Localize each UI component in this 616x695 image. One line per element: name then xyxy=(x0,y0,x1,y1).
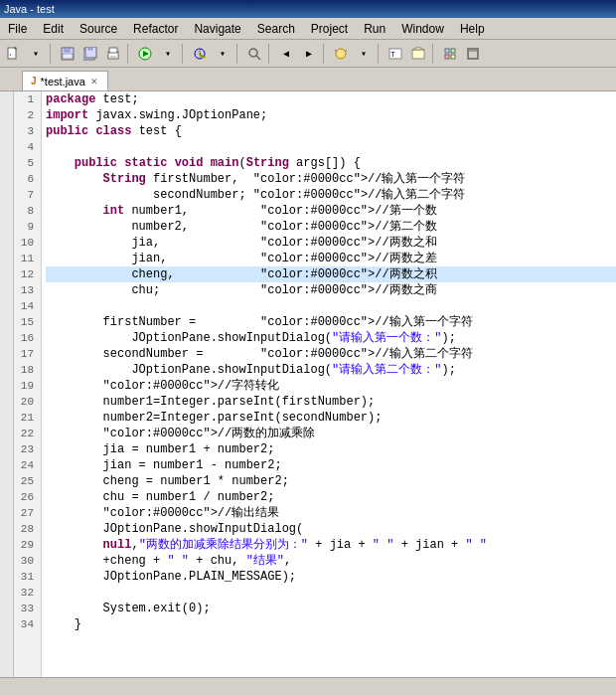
code-line[interactable]: +cheng + " " + chu, "结果", xyxy=(46,553,616,569)
menu-edit[interactable]: Edit xyxy=(35,18,72,39)
code-area[interactable]: package test;import javax.swing.JOptionP… xyxy=(42,91,616,677)
status-bar xyxy=(0,677,616,695)
line-number: 10 xyxy=(14,235,37,251)
toolbar-maximize[interactable] xyxy=(462,43,484,65)
menu-source[interactable]: Source xyxy=(72,18,125,39)
code-line[interactable]: number2=Integer.parseInt(secondNumber); xyxy=(46,410,616,426)
gutter-row xyxy=(0,362,13,378)
gutter-row xyxy=(0,123,13,139)
line-number: 5 xyxy=(14,155,37,171)
gutter-row xyxy=(0,298,13,314)
line-number: 33 xyxy=(14,601,37,616)
code-line[interactable]: JOptionPane.showInputDialog("请输入第一个数："); xyxy=(46,330,616,346)
svg-point-19 xyxy=(336,49,346,59)
toolbar-ant[interactable] xyxy=(330,43,352,65)
code-line[interactable]: jia, "color:#0000cc">//两数之和 xyxy=(46,235,616,251)
svg-rect-11 xyxy=(109,48,117,53)
code-line[interactable]: String firstNumber, "color:#0000cc">//输入… xyxy=(46,171,616,187)
line-number: 18 xyxy=(14,362,37,378)
code-line[interactable]: null,"两数的加减乘除结果分别为：" + jia + " " + jian … xyxy=(46,537,616,553)
svg-rect-26 xyxy=(445,49,449,53)
toolbar-debug-dropdown[interactable]: ▾ xyxy=(212,43,233,65)
tab-bar: J *test.java ✕ xyxy=(0,68,616,91)
code-line[interactable]: jian, "color:#0000cc">//两数之差 xyxy=(46,251,616,266)
svg-rect-28 xyxy=(445,55,449,59)
menu-search[interactable]: Search xyxy=(249,18,303,39)
toolbar-ant-dropdown[interactable]: ▾ xyxy=(353,43,375,65)
svg-rect-29 xyxy=(451,55,455,59)
code-line[interactable]: int number1, "color:#0000cc">//第一个数 xyxy=(46,203,616,219)
toolbar-external-tools[interactable] xyxy=(439,43,461,65)
code-line[interactable]: firstNumber = "color:#0000cc">//输入第一个字符 xyxy=(46,314,616,330)
code-line[interactable]: secondNumber = "color:#0000cc">//输入第二个字符 xyxy=(46,346,616,362)
gutter-row xyxy=(0,426,13,441)
code-line[interactable]: public class test { xyxy=(46,123,616,139)
toolbar-run[interactable] xyxy=(134,43,156,65)
svg-rect-27 xyxy=(451,49,455,53)
gutter-row xyxy=(0,251,13,266)
menu-window[interactable]: Window xyxy=(393,18,452,39)
toolbar-search[interactable] xyxy=(243,43,265,65)
menu-refactor[interactable]: Refactor xyxy=(125,18,186,39)
code-line[interactable]: "color:#0000cc">//两数的加减乘除 xyxy=(46,426,616,441)
code-line[interactable]: number1=Integer.parseInt(firstNumber); xyxy=(46,394,616,410)
gutter-row xyxy=(0,441,13,457)
code-line[interactable]: cheng = number1 * number2; xyxy=(46,473,616,489)
toolbar-save[interactable] xyxy=(57,43,78,65)
code-line[interactable]: chu; "color:#0000cc">//两数之商 xyxy=(46,282,616,298)
code-line[interactable]: number2, "color:#0000cc">//第二个数 xyxy=(46,219,616,235)
toolbar-debug[interactable]: 🐛 xyxy=(189,43,211,65)
code-line[interactable]: secondNumber; "color:#0000cc">//输入第二个字符 xyxy=(46,187,616,203)
code-line[interactable]: "color:#0000cc">//输出结果 xyxy=(46,505,616,521)
gutter-row xyxy=(0,616,13,632)
svg-rect-4 xyxy=(65,48,70,52)
code-line[interactable]: JOptionPane.showInputDialog("请输入第二个数："); xyxy=(46,362,616,378)
code-line[interactable]: cheng, "color:#0000cc">//两数之积 xyxy=(46,266,616,282)
code-line[interactable]: chu = number1 / number2; xyxy=(46,489,616,505)
svg-rect-12 xyxy=(110,56,116,58)
code-line[interactable]: import javax.swing.JOptionPane; xyxy=(46,107,616,123)
gutter-row xyxy=(0,282,13,298)
toolbar-next[interactable]: ▶ xyxy=(298,43,320,65)
tab-close-btn[interactable]: ✕ xyxy=(89,77,99,87)
menu-run[interactable]: Run xyxy=(356,18,393,39)
toolbar-new[interactable]: J xyxy=(2,43,24,65)
code-line[interactable]: jia = number1 + number2; xyxy=(46,441,616,457)
code-line[interactable]: } xyxy=(46,616,616,632)
menu-project[interactable]: Project xyxy=(303,18,356,39)
gutter-row xyxy=(0,187,13,203)
toolbar-dropdown[interactable]: ▾ xyxy=(25,43,47,65)
code-line[interactable]: jian = number1 - number2; xyxy=(46,457,616,473)
code-line[interactable]: JOptionPane.showInputDialog( xyxy=(46,521,616,537)
gutter-row xyxy=(0,219,13,235)
code-line[interactable] xyxy=(46,139,616,155)
menu-file[interactable]: File xyxy=(0,18,35,39)
line-number: 3 xyxy=(14,123,37,139)
line-number: 30 xyxy=(14,553,37,569)
toolbar-save-all[interactable] xyxy=(79,43,101,65)
line-number: 7 xyxy=(14,187,37,203)
code-line[interactable]: package test; xyxy=(46,91,616,107)
tab-java-icon: J xyxy=(31,76,37,87)
code-line[interactable]: JOptionPane.PLAIN_MESSAGE); xyxy=(46,569,616,585)
svg-marker-25 xyxy=(412,47,424,50)
svg-text:🐛: 🐛 xyxy=(197,49,207,59)
line-number: 17 xyxy=(14,346,37,362)
tab-test-java[interactable]: J *test.java ✕ xyxy=(22,71,108,90)
toolbar-prev[interactable]: ◀ xyxy=(275,43,297,65)
toolbar-run-dropdown[interactable]: ▾ xyxy=(157,43,179,65)
gutter-row xyxy=(0,171,13,187)
code-line[interactable] xyxy=(46,298,616,314)
code-line[interactable]: public static void main(String args[]) { xyxy=(46,155,616,171)
code-line[interactable]: "color:#0000cc">//字符转化 xyxy=(46,378,616,394)
code-line[interactable]: System.exit(0); xyxy=(46,601,616,616)
code-line[interactable] xyxy=(46,585,616,601)
line-number: 25 xyxy=(14,473,37,489)
toolbar-print[interactable] xyxy=(102,43,124,65)
gutter-row xyxy=(0,537,13,553)
menu-help[interactable]: Help xyxy=(452,18,493,39)
menu-navigate[interactable]: Navigate xyxy=(186,18,248,39)
gutter-row xyxy=(0,521,13,537)
toolbar-open-type[interactable]: T xyxy=(385,43,406,65)
toolbar-open-resource[interactable] xyxy=(407,43,429,65)
